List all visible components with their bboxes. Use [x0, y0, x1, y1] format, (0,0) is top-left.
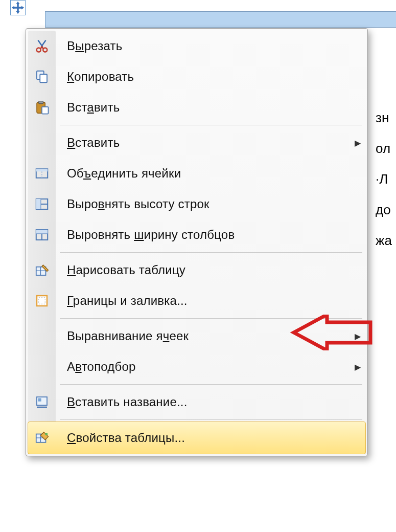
- svg-point-0: [37, 48, 41, 52]
- blank-icon: [28, 321, 56, 351]
- svg-rect-9: [36, 169, 48, 171]
- menu-item-merge-cells[interactable]: Объединить ячейки: [28, 158, 365, 189]
- caption-icon: [28, 387, 56, 417]
- menu-item-distribute-columns[interactable]: Выровнять ширину столбцов: [28, 219, 365, 250]
- menu-separator: [60, 125, 362, 125]
- distribute-columns-icon: [28, 219, 56, 250]
- draw-table-icon: [28, 255, 56, 285]
- svg-rect-3: [40, 74, 47, 82]
- blank-icon: [28, 351, 56, 382]
- menu-item-label: Автоподбор: [56, 360, 350, 374]
- table-properties-icon: [28, 422, 56, 454]
- copy-icon: [28, 61, 56, 92]
- menu-item-label: Границы и заливка...: [56, 294, 365, 308]
- submenu-arrow-icon: ▶: [350, 138, 365, 148]
- menu-item-table-properties[interactable]: Свойства таблицы...: [28, 422, 366, 454]
- menu-item-borders-and-shading[interactable]: Границы и заливка...: [28, 285, 365, 316]
- menu-item-label: Нарисовать таблицу: [56, 263, 365, 277]
- submenu-arrow-icon: ▶: [350, 331, 365, 341]
- cut-icon: [28, 31, 56, 61]
- svg-rect-21: [37, 296, 47, 306]
- menu-item-label: Вставить: [56, 136, 350, 150]
- svg-rect-24: [38, 398, 41, 402]
- menu-item-label: Вставить название...: [56, 395, 365, 409]
- blank-icon: [28, 127, 56, 158]
- menu-item-label: Выровнять ширину столбцов: [56, 228, 365, 242]
- table-context-menu: Вырезать Копировать Вставить Вставить ▶ …: [26, 28, 368, 456]
- paste-icon: [28, 92, 56, 123]
- menu-item-cut[interactable]: Вырезать: [28, 31, 365, 61]
- svg-rect-13: [36, 199, 41, 209]
- menu-item-label: Вырезать: [56, 39, 365, 53]
- menu-item-copy[interactable]: Копировать: [28, 61, 365, 92]
- menu-separator: [60, 419, 362, 420]
- svg-point-1: [43, 48, 47, 52]
- distribute-rows-icon: [28, 189, 56, 219]
- table-selection-background: [45, 11, 396, 28]
- menu-separator: [60, 252, 362, 253]
- menu-item-label: Выравнивание ячеек: [56, 329, 350, 343]
- menu-separator: [60, 318, 362, 319]
- menu-item-autofit[interactable]: Автоподбор ▶: [28, 351, 365, 382]
- menu-item-label: Выровнять высоту строк: [56, 197, 365, 211]
- background-document-text: зн ол ·Л до жа: [376, 102, 396, 256]
- menu-item-label: Вставить: [56, 100, 365, 115]
- svg-rect-5: [39, 101, 43, 104]
- menu-item-label: Свойства таблицы...: [56, 431, 365, 445]
- menu-item-paste[interactable]: Вставить: [28, 92, 365, 123]
- menu-item-label: Объединить ячейки: [56, 166, 365, 181]
- merge-cells-icon: [28, 158, 56, 189]
- menu-item-draw-table[interactable]: Нарисовать таблицу: [28, 255, 365, 285]
- menu-item-insert-caption[interactable]: Вставить название...: [28, 387, 365, 417]
- svg-point-29: [45, 433, 48, 435]
- menu-item-insert[interactable]: Вставить ▶: [28, 127, 365, 158]
- menu-item-distribute-rows[interactable]: Выровнять высоту строк: [28, 189, 365, 219]
- svg-rect-6: [42, 107, 49, 114]
- borders-icon: [28, 285, 56, 316]
- menu-separator: [60, 384, 362, 385]
- table-move-handle[interactable]: [10, 0, 26, 15]
- submenu-arrow-icon: ▶: [350, 362, 365, 372]
- svg-rect-17: [36, 230, 48, 234]
- menu-item-cell-alignment[interactable]: Выравнивание ячеек ▶: [28, 321, 365, 351]
- menu-item-label: Копировать: [56, 70, 365, 84]
